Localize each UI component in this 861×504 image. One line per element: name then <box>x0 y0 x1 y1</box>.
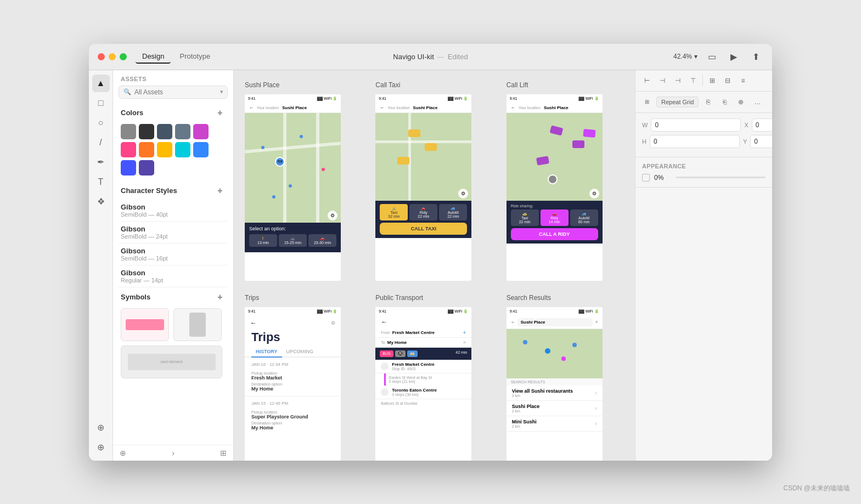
symbols-grid: card element <box>119 306 228 381</box>
color-swatch[interactable] <box>139 124 154 139</box>
device-preview-icon[interactable]: ▭ <box>704 49 719 64</box>
select-tool[interactable]: ▲ <box>92 75 110 92</box>
tab-prototype[interactable]: Prototype <box>173 50 217 64</box>
text-tool[interactable]: T <box>92 173 110 191</box>
time-display: 42 min <box>455 350 467 357</box>
symbols-label: Symbols <box>121 293 150 301</box>
color-swatch[interactable] <box>139 160 154 175</box>
phone-sushi-place: 9:41 ▓▓WiFi🔋 ← Your location Sushi Place <box>245 94 341 281</box>
add-color-button[interactable]: + <box>215 107 226 118</box>
color-swatch[interactable] <box>193 124 209 139</box>
color-swatch[interactable] <box>193 142 209 157</box>
add-symbol-button[interactable]: + <box>215 292 226 303</box>
char-style-item[interactable]: Gibson Regular — 14pt <box>119 265 228 287</box>
y-label: Y <box>743 138 747 145</box>
ellipse-tool[interactable]: ○ <box>92 114 110 132</box>
result-item-1[interactable]: View all Sushi restaurants 3 km › <box>507 386 603 401</box>
stop-item-2: Toronto Eaton Centre 3 stops (30 km) <box>375 386 471 399</box>
color-swatch[interactable] <box>157 142 172 157</box>
color-swatch[interactable] <box>157 124 172 139</box>
minimize-button[interactable] <box>109 53 116 60</box>
call-ridy-button[interactable]: CALL A RIDY <box>511 228 598 240</box>
stack-icon[interactable]: ⊞ <box>220 449 227 457</box>
result-item-2[interactable]: Sushi Place 2 km › <box>507 401 603 416</box>
icon-sidebar: ▲ □ ○ / ✒ T ❖ ⊕ ⊕ <box>89 70 113 461</box>
repeat-grid-button[interactable]: Repeat Grid <box>656 97 699 107</box>
component-tool[interactable]: ❖ <box>92 193 110 211</box>
add-char-style-button[interactable]: + <box>215 185 226 196</box>
color-swatch[interactable] <box>121 160 136 175</box>
x-input[interactable] <box>752 118 772 132</box>
layers-bottom-icon[interactable]: ⊕ <box>120 449 126 457</box>
y-input[interactable] <box>750 135 772 148</box>
tab-design[interactable]: Design <box>136 50 171 64</box>
pen-tool[interactable]: ✒ <box>92 154 110 171</box>
symbol-thumb[interactable] <box>121 308 169 341</box>
nav-row: ← Your location Sushi Place <box>507 103 603 113</box>
opacity-row: 0% <box>642 174 766 182</box>
symbol-thumb[interactable]: card element <box>121 346 222 378</box>
rectangle-tool[interactable]: □ <box>92 94 110 112</box>
ride-option-ridy[interactable]: 🚗Ridy22 min <box>409 204 437 220</box>
align-right-icon[interactable]: ⊣ <box>671 73 685 88</box>
align-left-icon[interactable]: ⊢ <box>640 73 654 88</box>
symbols-section-header: Symbols + <box>119 287 228 306</box>
tram-option[interactable]: 🚋 <box>407 350 418 357</box>
ride-option-car[interactable]: 🚗23-30 min <box>308 234 336 247</box>
zoom-selector[interactable]: 42.4% ▾ <box>673 53 697 60</box>
colors-label: Colors <box>121 109 143 117</box>
color-swatch[interactable] <box>175 142 190 157</box>
maximize-button[interactable] <box>120 53 127 60</box>
ride-option-walk[interactable]: 🚶13 min <box>249 234 277 247</box>
color-swatch[interactable] <box>121 124 136 139</box>
opacity-checkbox[interactable] <box>642 174 650 182</box>
ride-option-bike[interactable]: 🚲15-25 min <box>279 234 307 247</box>
bus-option[interactable]: BUS <box>380 350 393 357</box>
copy-icon[interactable]: ⎘ <box>701 95 715 109</box>
result-item-3[interactable]: Mini Sushi 2 km › <box>507 416 603 432</box>
color-swatch[interactable] <box>139 142 154 157</box>
align-top-icon[interactable]: ⊤ <box>686 73 700 88</box>
color-swatch[interactable] <box>175 124 190 139</box>
call-taxi-button[interactable]: CALL TAXI <box>380 223 467 235</box>
distribute-v-icon[interactable]: ⊟ <box>721 73 735 88</box>
align-center-h-icon[interactable]: ⊣ <box>655 73 669 88</box>
x-label: X <box>744 122 748 128</box>
w-input[interactable] <box>651 118 741 132</box>
frame-call-taxi: Call Taxi 9:41 ▓▓WiFi🔋 ← Your location S… <box>375 81 493 281</box>
line-tool[interactable]: / <box>92 134 110 151</box>
ride-option-autom[interactable]: 🚙AutoM60 min <box>570 209 598 226</box>
distribute-spacing-icon[interactable]: ≡ <box>736 73 750 88</box>
zoom-tool[interactable]: ⊕ <box>92 419 110 437</box>
trips-title: Trips <box>245 330 341 344</box>
frame-label-lift: Call Lift <box>507 81 624 89</box>
symbol-thumb[interactable] <box>173 308 222 341</box>
subway-option[interactable]: 🚇 <box>395 350 406 357</box>
history-tab[interactable]: HISTORY <box>251 347 282 358</box>
share-icon[interactable]: ⬆ <box>748 49 763 64</box>
distribute-h-icon[interactable]: ⊞ <box>705 73 719 88</box>
paste-icon[interactable]: ⎗ <box>717 95 731 109</box>
char-style-item[interactable]: Gibson SemiBold — 24pt <box>119 222 228 243</box>
next-icon[interactable]: › <box>172 449 175 457</box>
char-style-item[interactable]: Gibson SemiBold — 40pt <box>119 200 228 222</box>
search-input[interactable] <box>134 88 217 96</box>
opacity-slider[interactable] <box>676 177 766 178</box>
assets-search-box[interactable]: 🔍 ▾ <box>119 86 228 99</box>
char-style-desc: SemiBold — 40pt <box>121 211 226 218</box>
paste-style-icon[interactable]: ⊕ <box>734 95 748 109</box>
color-swatch[interactable] <box>121 142 136 157</box>
play-icon[interactable]: ▶ <box>726 49 741 64</box>
layers-icon[interactable]: ⊕ <box>92 439 110 456</box>
repeat-grid-label: Repeat Grid <box>661 99 694 105</box>
h-input[interactable] <box>650 135 740 148</box>
ride-option-ridy[interactable]: 🚗Ridy14 min <box>541 209 569 226</box>
ride-option-taxi[interactable]: 🚕Taxi32 min <box>380 204 408 220</box>
phone-public-transport: 9:41 ▓▓WiFi🔋 ← From Fresh Market Centre … <box>375 307 471 461</box>
ride-option-autom[interactable]: 🚙AutoM22 min <box>439 204 467 220</box>
ride-option-taxi[interactable]: 🚕Taxi22 min <box>511 209 539 226</box>
close-button[interactable] <box>98 53 105 60</box>
char-style-item[interactable]: Gibson SemiBold — 16pt <box>119 243 228 265</box>
upcoming-tab[interactable]: UPCOMING <box>282 347 318 356</box>
more-icon[interactable]: … <box>750 95 764 109</box>
